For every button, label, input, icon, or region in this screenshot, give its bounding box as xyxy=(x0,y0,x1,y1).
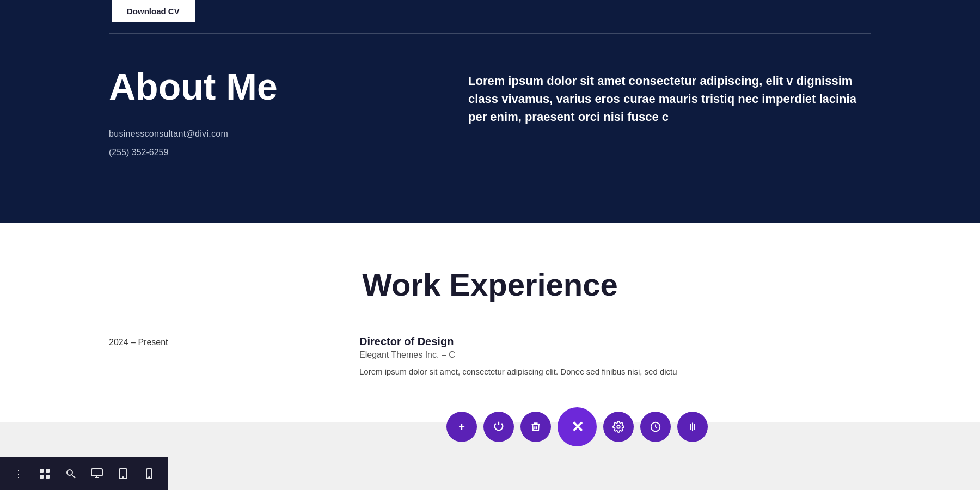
mobile-icon[interactable] xyxy=(142,466,157,481)
settings-button[interactable] xyxy=(603,412,634,442)
grid-icon[interactable] xyxy=(37,466,52,481)
work-details: Director of Design Elegant Themes Inc. –… xyxy=(359,335,871,378)
menu-icon[interactable]: ⋮ xyxy=(11,466,26,481)
top-section: Download CV About Me businessconsultant@… xyxy=(0,0,980,223)
tablet-icon[interactable] xyxy=(115,466,131,481)
svg-rect-0 xyxy=(40,469,44,473)
download-area: Download CV xyxy=(0,0,980,22)
svg-rect-1 xyxy=(46,469,50,473)
layout-button[interactable] xyxy=(677,412,708,442)
add-button[interactable]: + xyxy=(446,412,477,442)
svg-line-5 xyxy=(72,475,75,478)
about-title: About Me xyxy=(109,66,425,107)
about-right-column: Lorem ipsum dolor sit amet consectetur a… xyxy=(468,66,871,157)
about-left-column: About Me businessconsultant@divi.com (25… xyxy=(109,66,425,157)
work-experience-title: Work Experience xyxy=(109,266,871,303)
svg-point-13 xyxy=(617,425,620,428)
search-icon[interactable] xyxy=(63,466,78,481)
svg-rect-2 xyxy=(40,475,44,479)
svg-point-4 xyxy=(67,470,72,475)
delete-button[interactable] xyxy=(520,412,551,442)
floating-actions: + ✕ xyxy=(446,407,708,446)
svg-rect-6 xyxy=(91,469,102,476)
download-cv-button[interactable]: Download CV xyxy=(112,0,195,22)
monitor-icon[interactable] xyxy=(89,466,105,481)
about-section: About Me businessconsultant@divi.com (25… xyxy=(0,34,980,190)
close-button[interactable]: ✕ xyxy=(558,407,597,446)
history-button[interactable] xyxy=(640,412,671,442)
work-company: Elegant Themes Inc. – C xyxy=(359,350,871,360)
about-description: Lorem ipsum dolor sit amet consectetur a… xyxy=(468,72,871,126)
about-phone: (255) 352-6259 xyxy=(109,148,425,157)
work-entry: 2024 – Present Director of Design Elegan… xyxy=(109,335,871,378)
power-button[interactable] xyxy=(483,412,514,442)
work-description: Lorem ipsum dolor sit amet, consectetur … xyxy=(359,365,871,378)
about-email: businessconsultant@divi.com xyxy=(109,129,425,139)
svg-point-10 xyxy=(122,477,124,478)
work-job-title: Director of Design xyxy=(359,335,871,348)
bottom-toolbar: ⋮ xyxy=(0,457,168,490)
svg-rect-3 xyxy=(46,475,50,479)
work-date: 2024 – Present xyxy=(109,335,316,378)
svg-point-12 xyxy=(149,477,150,478)
work-section: Work Experience 2024 – Present Director … xyxy=(0,223,980,422)
